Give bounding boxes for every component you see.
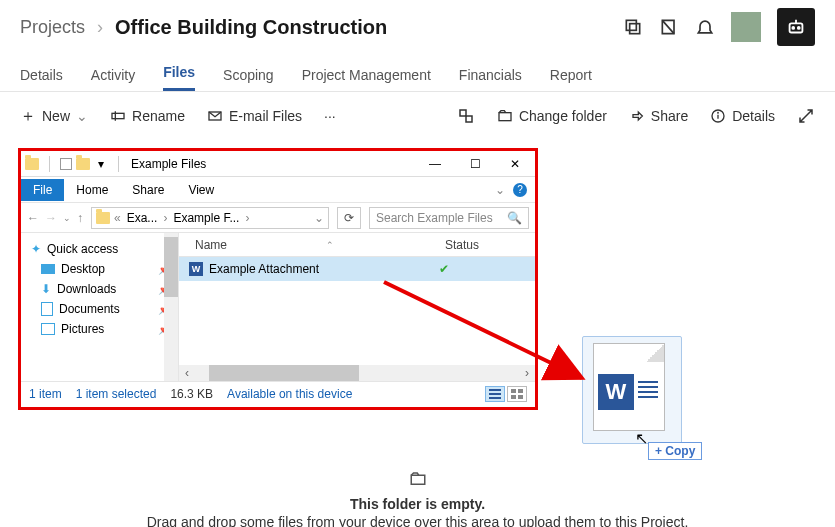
file-explorer-window: ▾ Example Files — ☐ ✕ File Home Share Vi… (18, 148, 538, 410)
ribbon-tab-file[interactable]: File (21, 179, 64, 201)
page-title: Office Building Construction (115, 16, 387, 39)
email-files-button[interactable]: E-mail Files (207, 108, 302, 124)
close-button[interactable]: ✕ (495, 151, 535, 177)
history-dropdown[interactable]: ⌄ (63, 213, 71, 223)
svg-point-5 (798, 27, 800, 29)
address-bar[interactable]: « Exa... › Example F... › ⌄ (91, 207, 329, 229)
bell-icon[interactable] (695, 17, 715, 37)
checkbox-icon[interactable] (60, 158, 72, 170)
minimize-button[interactable]: — (415, 151, 455, 177)
sidebar-scrollbar[interactable] (164, 233, 178, 381)
share-label: Share (651, 108, 688, 124)
path-seg[interactable]: Exa... (125, 211, 160, 225)
more-button[interactable]: ··· (324, 108, 336, 124)
drop-hint: Drag and drop some files from your devic… (20, 514, 815, 527)
back-button[interactable]: ← (27, 211, 39, 225)
pictures-label: Pictures (61, 322, 104, 336)
new-button[interactable]: ＋New ⌄ (20, 106, 88, 127)
svg-line-2 (662, 20, 674, 33)
svg-rect-10 (460, 110, 466, 116)
overflow-icon[interactable]: ▾ (94, 157, 108, 171)
new-label: New (42, 108, 70, 124)
breadcrumb: Projects › Office Building Construction (20, 16, 387, 39)
tab-details[interactable]: Details (20, 59, 63, 91)
svg-rect-19 (489, 397, 501, 399)
ribbon-tab-view[interactable]: View (176, 179, 226, 201)
sidebar-quick-access[interactable]: ✦Quick access (21, 239, 178, 259)
empty-message: This folder is empty. (20, 496, 815, 512)
status-icon: ✔ (439, 262, 449, 276)
refresh-button[interactable]: ⟳ (337, 207, 361, 229)
tab-report[interactable]: Report (550, 59, 592, 91)
expand-icon[interactable] (797, 107, 815, 125)
svg-point-15 (718, 112, 719, 113)
tab-files[interactable]: Files (163, 56, 195, 91)
svg-rect-18 (489, 393, 501, 395)
copy-icon[interactable] (623, 17, 643, 37)
chevron-down-icon: ⌄ (76, 108, 88, 124)
details-button[interactable]: Details (710, 108, 775, 124)
help-icon[interactable]: ? (513, 183, 527, 197)
svg-rect-7 (112, 113, 124, 118)
status-availability: Available on this device (227, 387, 352, 401)
svg-rect-1 (626, 20, 636, 30)
up-button[interactable]: ↑ (77, 211, 83, 225)
tab-financials[interactable]: Financials (459, 59, 522, 91)
path-seg[interactable]: Example F... (171, 211, 241, 225)
rename-label: Rename (132, 108, 185, 124)
change-folder-button[interactable]: Change folder (497, 108, 607, 124)
sidebar-documents[interactable]: Documents📌 (21, 299, 178, 319)
folder-icon (25, 158, 39, 170)
horizontal-scrollbar[interactable]: ‹› (179, 365, 535, 381)
rename-button[interactable]: Rename (110, 108, 185, 124)
svg-rect-16 (411, 475, 425, 484)
tab-project-management[interactable]: Project Management (302, 59, 431, 91)
icons-view-button[interactable] (507, 386, 527, 402)
status-size: 16.3 KB (170, 387, 213, 401)
file-name: Example Attachment (209, 262, 319, 276)
svg-rect-20 (511, 389, 516, 393)
details-view-button[interactable] (485, 386, 505, 402)
svg-point-4 (792, 27, 794, 29)
share-button[interactable]: Share (629, 108, 688, 124)
ribbon-tab-share[interactable]: Share (120, 179, 176, 201)
column-name[interactable]: Name⌃ (189, 238, 439, 252)
details-label: Details (732, 108, 775, 124)
project-tabs: Details Activity Files Scoping Project M… (0, 54, 835, 92)
chevron-right-icon: › (97, 17, 103, 38)
word-document-icon: W (593, 343, 665, 431)
folder-icon (96, 212, 110, 224)
change-folder-label: Change folder (519, 108, 607, 124)
book-icon[interactable] (659, 17, 679, 37)
tab-scoping[interactable]: Scoping (223, 59, 274, 91)
chevron-down-icon[interactable]: ⌄ (495, 183, 505, 197)
svg-rect-0 (630, 24, 640, 34)
avatar[interactable] (731, 12, 761, 42)
svg-rect-11 (466, 116, 472, 122)
explorer-sidebar: ✦Quick access Desktop📌 ⬇Downloads📌 Docum… (21, 233, 179, 381)
cursor-icon: ↖ (635, 429, 648, 448)
ribbon-tab-home[interactable]: Home (64, 179, 120, 201)
desktop-label: Desktop (61, 262, 105, 276)
svg-rect-21 (518, 389, 523, 393)
maximize-button[interactable]: ☐ (455, 151, 495, 177)
column-status[interactable]: Status (439, 238, 485, 252)
assistant-button[interactable] (777, 8, 815, 46)
sidebar-desktop[interactable]: Desktop📌 (21, 259, 178, 279)
tab-activity[interactable]: Activity (91, 59, 135, 91)
search-placeholder: Search Example Files (376, 211, 493, 225)
sidebar-pictures[interactable]: Pictures📌 (21, 319, 178, 339)
file-dropzone[interactable]: This folder is empty. Drag and drop some… (0, 460, 835, 527)
sidebar-downloads[interactable]: ⬇Downloads📌 (21, 279, 178, 299)
file-row[interactable]: WExample Attachment ✔ (179, 257, 535, 281)
search-input[interactable]: Search Example Files 🔍 (369, 207, 529, 229)
breadcrumb-root[interactable]: Projects (20, 17, 85, 38)
status-item-count: 1 item (29, 387, 62, 401)
documents-label: Documents (59, 302, 120, 316)
forward-button[interactable]: → (45, 211, 57, 225)
svg-rect-12 (499, 113, 511, 121)
downloads-label: Downloads (57, 282, 116, 296)
folder-icon (76, 158, 90, 170)
office-icon[interactable] (457, 107, 475, 125)
drag-copy-badge: + Copy (648, 442, 702, 460)
